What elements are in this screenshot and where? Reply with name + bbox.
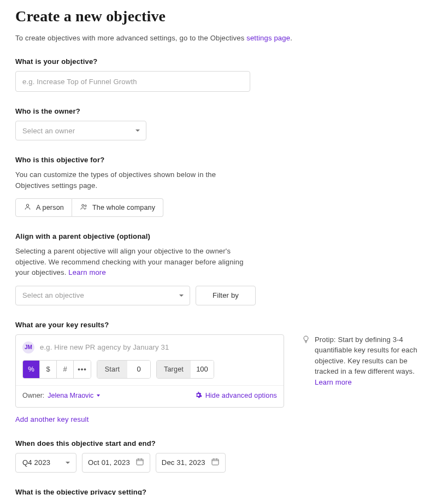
filter-by-button[interactable]: Filter by (196, 286, 256, 305)
kr-owner-prefix: Owner: (22, 392, 44, 399)
dates-section: When does this objective start and end? … (15, 439, 433, 473)
intro-prefix: To create objectives with more advanced … (15, 34, 246, 42)
for-section: Who is this objective for? You can custo… (15, 156, 433, 217)
metric-currency-button[interactable]: $ (40, 361, 57, 378)
owner-label: Who is the owner? (15, 107, 433, 115)
protip-learn-more-link[interactable]: Learn more (315, 378, 352, 386)
metric-more-button[interactable]: ••• (74, 361, 91, 378)
start-label: Start (97, 361, 127, 378)
for-person-label: A person (36, 204, 64, 211)
intro-suffix: . (290, 34, 292, 42)
objective-input[interactable] (15, 71, 250, 92)
parent-objective-placeholder: Select an objective (22, 291, 84, 299)
key-result-input[interactable] (40, 341, 277, 353)
svg-rect-3 (137, 459, 143, 465)
settings-page-link[interactable]: settings page (246, 34, 290, 42)
kr-owner-name: Jelena Mraovic (48, 392, 93, 399)
parent-objective-select[interactable]: Select an objective (15, 286, 190, 305)
dates-label: When does this objective start and end? (15, 439, 433, 447)
owner-select[interactable]: Select an owner (15, 121, 146, 140)
protip: Protip: Start by defining 3-4 quantifiab… (302, 334, 428, 388)
end-date-value: Dec 31, 2023 (162, 458, 205, 467)
for-company-label: The whole company (92, 204, 155, 211)
key-results-section: What are your key results? JM % $ # ••• … (15, 321, 433, 424)
svg-rect-4 (212, 459, 219, 465)
start-value-group: Start (97, 360, 151, 379)
start-date-button[interactable]: Oct 01, 2023 (82, 453, 150, 473)
hide-advanced-label: Hide advanced options (205, 392, 277, 399)
protip-text: Protip: Start by defining 3-4 quantifiab… (315, 335, 417, 376)
kr-label: What are your key results? (15, 321, 433, 329)
svg-point-2 (85, 205, 86, 207)
for-person-button[interactable]: A person (15, 198, 72, 217)
objective-label: What is your objective? (15, 57, 433, 66)
kr-owner[interactable]: Owner: Jelena Mraovic (22, 392, 100, 399)
for-company-button[interactable]: The whole company (72, 198, 163, 217)
owner-section: Who is the owner? Select an owner (15, 107, 433, 140)
end-date-button[interactable]: Dec 31, 2023 (156, 453, 226, 473)
chevron-down-icon (66, 462, 70, 464)
align-section: Align with a parent objective (optional)… (15, 232, 433, 305)
start-value-input[interactable] (127, 361, 150, 378)
metric-number-button[interactable]: # (57, 361, 74, 378)
target-label: Target (157, 361, 191, 378)
chevron-down-icon (179, 294, 184, 297)
objective-section: What is your objective? (15, 57, 433, 92)
hide-advanced-link[interactable]: Hide advanced options (194, 391, 277, 400)
svg-point-0 (26, 204, 28, 207)
avatar: JM (22, 341, 34, 353)
chevron-down-icon (135, 129, 140, 132)
gear-icon (194, 391, 202, 400)
add-key-result-link[interactable]: Add another key result (15, 415, 89, 423)
owner-select-placeholder: Select an owner (22, 127, 75, 135)
lightbulb-icon (302, 334, 310, 388)
for-hint: You can customize the types of objective… (15, 169, 250, 191)
metric-percent-button[interactable]: % (23, 361, 40, 378)
metric-type-segment: % $ # ••• (22, 360, 91, 379)
for-label: Who is this objective for? (15, 156, 433, 164)
privacy-section: What is the objective privacy setting? P… (15, 488, 433, 496)
key-result-card: JM % $ # ••• Start Target (15, 334, 284, 408)
calendar-icon (135, 457, 144, 468)
align-label: Align with a parent objective (optional) (15, 232, 433, 240)
quarter-value: Q4 2023 (22, 458, 50, 467)
intro-text: To create objectives with more advanced … (15, 34, 433, 42)
calendar-icon (211, 457, 220, 468)
chevron-down-icon (97, 394, 100, 397)
target-value-group: Target (156, 360, 214, 379)
target-value-input[interactable] (191, 361, 214, 378)
page-title: Create a new objective (15, 8, 433, 25)
person-icon (23, 203, 32, 213)
people-icon (80, 203, 88, 213)
align-hint-text: Selecting a parent objective will align … (15, 247, 244, 276)
align-hint: Selecting a parent objective will align … (15, 246, 250, 278)
start-date-value: Oct 01, 2023 (88, 458, 130, 467)
privacy-label: What is the objective privacy setting? (15, 488, 433, 496)
svg-point-1 (82, 204, 84, 207)
align-learn-more-link[interactable]: Learn more (68, 268, 105, 276)
